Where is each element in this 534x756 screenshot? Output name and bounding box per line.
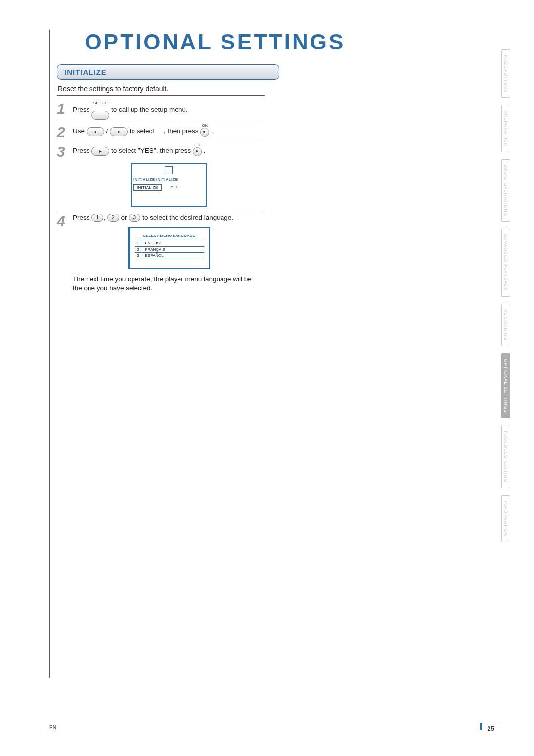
section-tab[interactable]: ADVANCED PLAYBACK [501,229,510,297]
osd-header: INITIALIZE INITIALIZE [132,176,206,184]
setup-label: SETUP [93,100,108,106]
page-title: OPTIONAL SETTINGS [57,30,373,54]
text: , then press [164,127,199,135]
text: to select [130,127,154,135]
lang-row: 1 ENGLISH [135,240,204,246]
section-heading: INITIALIZE [57,64,279,80]
page-footer: EN 25 [49,723,499,732]
step-4-note: The next time you operate, the player me… [73,274,261,293]
lang-row: 2 FRANÇAIS [135,246,204,253]
text: Press [73,147,90,154]
step-1: 1 Press SETUP to call up the setup menu. [57,99,265,122]
lang-num: 2 [135,247,142,253]
ok-label: OK [200,124,209,128]
section-tab[interactable]: OPTIONAL SETTINGS [501,353,510,419]
number-2-button-icon: 2 [107,214,119,222]
section-tab[interactable]: PRECAUTIONS [501,49,510,98]
setup-button-icon [91,111,109,120]
text: , [103,214,105,221]
text: to select the desired language. [142,214,233,221]
number-1-button-icon: 1 [91,214,103,222]
step-3: 3 Press ▸ to select "YES", then press OK… [57,142,265,211]
osd-language: SELECT MENU LANGUAGE 1 ENGLISH 2 FRANÇAI… [128,227,210,269]
text: or [121,214,127,221]
lang-name: FRANÇAIS [142,247,165,253]
section-tab[interactable]: BASIC OPERATIONS [501,159,510,222]
ok-label: OK [193,143,202,147]
text: Press [73,106,90,113]
lang-num: 1 [135,240,142,246]
right-arrow-icon: ▸ [91,147,109,156]
text: . [211,127,213,135]
osd-icon [165,166,173,174]
right-arrow-icon: ▸ [110,127,128,136]
osd-initialize: INITIALIZE INITIALIZE INITIALIZE YES [131,163,207,207]
page-number-box: 25 [483,723,499,732]
number-3-button-icon: 3 [129,214,140,222]
step-number: 3 [57,143,68,159]
osd-language-title: SELECT MENU LANGUAGE [130,233,209,239]
text: to call up the setup menu. [111,106,188,113]
section-tab[interactable]: INFORMATION [501,495,510,542]
footer-lang: EN [49,725,56,730]
step-number: 4 [57,213,68,229]
lang-num: 3 [135,253,142,259]
ok-button-icon [193,147,202,156]
section-intro: Reset the settings to factory default. [58,85,376,93]
text: / [106,127,108,135]
text: Use [73,127,85,135]
ok-button-icon [200,128,209,137]
divider [57,95,265,96]
left-arrow-icon: ◂ [87,127,104,136]
text: . [204,147,206,154]
page-number: 25 [488,725,494,732]
text: to select "YES", then press [111,147,191,154]
osd-option-left: INITIALIZE [134,184,162,191]
lang-name: ESPAÑOL [142,253,164,259]
step-number: 1 [57,100,68,116]
step-4: 4 Press 1, 2 or 3 to select the desired … [57,211,265,295]
section-tab[interactable]: TROUBLESHOOTING [501,425,510,488]
osd-option-right: YES [171,184,179,191]
lang-row: 3 ESPAÑOL [135,252,204,259]
step-number: 2 [57,124,68,140]
section-tabs: PRECAUTIONSPREPARATIONBASIC OPERATIONSAD… [501,49,513,549]
section-tab[interactable]: PREPARATION [501,105,510,152]
step-2: 2 Use ◂ / ▸ to select , then press OK . [57,122,265,142]
lang-name: ENGLISH [142,240,163,246]
section-tab[interactable]: RECORDING [501,304,510,346]
text: Press [73,214,90,221]
